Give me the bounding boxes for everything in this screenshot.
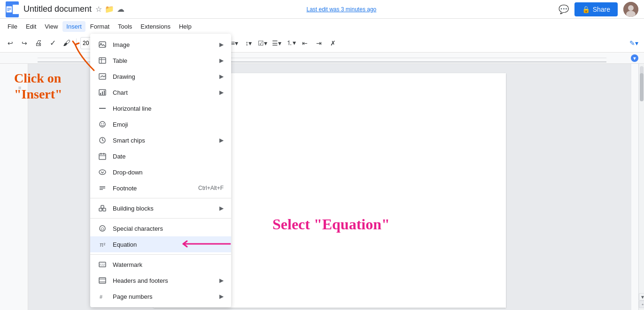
checklist-button[interactable]: ☑▾ xyxy=(256,37,269,50)
buildingblocks-arrow: ▶ xyxy=(219,205,224,212)
scrollbar-down-btn[interactable]: ▼ xyxy=(639,293,644,301)
document-title[interactable]: Untitled document xyxy=(23,4,92,14)
chevron-down-icon: ▼ xyxy=(640,295,644,300)
menu-item-headersfooters[interactable]: Headers and footers ▶ xyxy=(90,272,231,288)
svg-rect-25 xyxy=(99,154,106,159)
footnote-label: Footnote xyxy=(113,185,193,192)
pagenumbers-arrow: ▶ xyxy=(219,293,224,300)
separator-1 xyxy=(90,198,231,198)
svg-rect-34 xyxy=(103,208,106,211)
menu-tools[interactable]: Tools xyxy=(114,21,136,32)
menu-extensions[interactable]: Extensions xyxy=(137,21,174,32)
footnote-shortcut: Ctrl+Alt+F xyxy=(198,185,224,191)
menu-item-equation[interactable]: π² Equation xyxy=(90,236,231,252)
chart-label: Chart xyxy=(113,89,214,96)
menu-file[interactable]: File xyxy=(4,21,21,32)
lineheight-button[interactable]: ↕▾ xyxy=(242,37,255,50)
smartchips-icon xyxy=(98,136,107,145)
dropdown-icon xyxy=(98,167,107,177)
menu-item-table[interactable]: Table ▶ xyxy=(90,53,231,68)
svg-point-6 xyxy=(628,5,634,11)
separator-3 xyxy=(90,254,231,255)
print-button[interactable]: 🖨 xyxy=(32,37,45,50)
bulletlist-button[interactable]: ☰▾ xyxy=(270,37,283,50)
buildingblocks-label: Building blocks xyxy=(113,205,214,212)
equation-icon: π² xyxy=(98,240,107,249)
svg-point-29 xyxy=(99,170,106,174)
svg-text:≡: ≡ xyxy=(18,85,21,91)
user-avatar[interactable] xyxy=(623,2,638,17)
star-icon[interactable]: ☆ xyxy=(95,5,102,14)
menu-format[interactable]: Format xyxy=(86,21,113,32)
svg-point-23 xyxy=(103,123,104,124)
table-icon xyxy=(98,56,107,65)
menu-view[interactable]: View xyxy=(41,21,62,32)
svg-rect-33 xyxy=(99,208,102,211)
svg-rect-35 xyxy=(101,205,104,208)
menu-item-chart[interactable]: Chart ▶ xyxy=(90,84,231,100)
headersfooters-arrow: ▶ xyxy=(219,277,224,284)
date-label: Date xyxy=(113,153,224,160)
menu-item-date[interactable]: Date xyxy=(90,148,231,164)
watermark-label: Watermark xyxy=(113,261,224,268)
menu-item-hline[interactable]: Horizontal line xyxy=(90,100,231,116)
svg-rect-12 xyxy=(99,58,106,63)
menu-item-footnote[interactable]: Footnote Ctrl+Alt+F xyxy=(90,180,231,196)
dropdown-label: Drop-down xyxy=(113,169,224,176)
spellcheck-button[interactable]: ✓ xyxy=(46,37,59,50)
emoji-label: Emoji xyxy=(113,121,224,128)
decrease-indent-button[interactable]: ⇤ xyxy=(298,37,311,50)
menu-item-pagenumbers[interactable]: # Page numbers ▶ xyxy=(90,288,231,304)
insert-dropdown-menu: Image ▶ Table ▶ Drawing ▶ Chart ▶ Horizo… xyxy=(90,34,231,307)
image-label: Image xyxy=(113,41,214,48)
folder-icon[interactable]: 📁 xyxy=(105,5,114,14)
menu-item-watermark[interactable]: DRAFT Watermark xyxy=(90,257,231,272)
svg-text:DRAFT: DRAFT xyxy=(99,263,106,266)
title-bar: Untitled document ☆ 📁 ☁ Last edit was 3 … xyxy=(0,0,644,19)
svg-point-22 xyxy=(101,123,102,124)
table-label: Table xyxy=(113,57,214,64)
paintformat-button[interactable]: 🖌 xyxy=(60,37,73,50)
table-arrow: ▶ xyxy=(219,57,224,64)
comments-icon[interactable]: 💬 xyxy=(559,4,569,15)
share-button[interactable]: 🔒 Share xyxy=(574,2,618,16)
drawing-icon xyxy=(98,72,107,81)
menu-item-dropdown[interactable]: Drop-down xyxy=(90,164,231,180)
increase-indent-button[interactable]: ⇥ xyxy=(312,37,326,50)
drawing-arrow: ▶ xyxy=(219,73,224,80)
pagenumbers-icon: # xyxy=(98,292,107,301)
scrollbar-corner[interactable]: + xyxy=(639,301,644,308)
menu-item-drawing[interactable]: Drawing ▶ xyxy=(90,68,231,84)
image-arrow: ▶ xyxy=(219,41,224,48)
svg-rect-19 xyxy=(104,91,105,95)
menu-edit[interactable]: Edit xyxy=(22,21,40,32)
scrollbar-thumb[interactable] xyxy=(640,73,644,101)
undo-button[interactable]: ↩ xyxy=(4,37,17,50)
title-icons: ☆ 📁 ☁ xyxy=(95,5,124,14)
menu-item-specialchars[interactable]: Ω Special characters xyxy=(90,220,231,236)
chart-icon xyxy=(98,88,107,97)
menu-insert[interactable]: Insert xyxy=(62,21,85,32)
clear-format-button[interactable]: ✗ xyxy=(326,37,340,50)
menu-item-smartchips[interactable]: Smart chips ▶ xyxy=(90,132,231,148)
menu-item-emoji[interactable]: Emoji xyxy=(90,116,231,132)
vertical-scrollbar[interactable]: ▼ + xyxy=(638,64,644,310)
lock-icon: 🔒 xyxy=(582,6,590,13)
menu-bar: File Edit View Insert Format Tools Exten… xyxy=(0,19,644,34)
svg-text:π²: π² xyxy=(100,242,105,248)
ruler-marker: ▼ xyxy=(631,54,638,62)
menu-item-buildingblocks[interactable]: Building blocks ▶ xyxy=(90,200,231,216)
redo-button[interactable]: ↪ xyxy=(18,37,31,50)
numberedlist-button[interactable]: ⒈▾ xyxy=(284,37,297,50)
hline-icon xyxy=(98,104,107,113)
voice-button[interactable]: ✎▾ xyxy=(627,37,640,50)
svg-text:Ω: Ω xyxy=(101,227,104,231)
watermark-icon: DRAFT xyxy=(98,260,107,269)
pagenumbers-label: Page numbers xyxy=(113,293,214,300)
svg-rect-41 xyxy=(99,278,106,283)
menu-help[interactable]: Help xyxy=(175,21,195,32)
menu-item-image[interactable]: Image ▶ xyxy=(90,37,231,53)
doc-icon xyxy=(6,1,19,17)
cloud-icon[interactable]: ☁ xyxy=(117,5,124,14)
left-sidebar: ≡ xyxy=(0,64,28,310)
